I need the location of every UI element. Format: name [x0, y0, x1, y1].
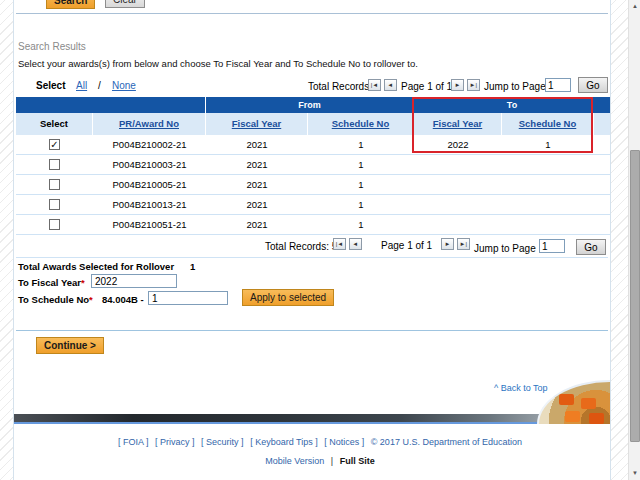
scrollbar-thumb[interactable] — [630, 150, 640, 442]
footer-link-keyboard-tips[interactable]: [ Keyboard Tips ] — [250, 437, 318, 447]
to-fiscal-year-cell — [414, 215, 502, 236]
pr-award-no-cell: P004B210003-21 — [93, 155, 206, 176]
clear-button[interactable]: Clear — [105, 0, 145, 8]
from-schedule-no-cell: 1 — [308, 135, 414, 154]
first-page-icon[interactable]: |◄ — [368, 79, 381, 91]
row-checkbox[interactable] — [49, 159, 60, 170]
from-schedule-no-cell: 1 — [308, 175, 414, 196]
classroom-chairs-image — [537, 380, 610, 424]
table-row: P004B210051-21 2021 1 — [16, 215, 610, 235]
to-fiscal-year-cell — [414, 175, 502, 196]
required-asterisk: * — [81, 277, 85, 288]
first-page-icon[interactable]: |◄ — [333, 238, 346, 250]
section-divider — [16, 13, 608, 14]
required-asterisk: * — [89, 294, 93, 305]
from-fiscal-year-cell: 2021 — [206, 195, 308, 216]
table-row: P004B210003-21 2021 1 — [16, 155, 610, 175]
left-margin-pattern — [0, 0, 13, 480]
last-page-icon[interactable]: ►| — [467, 79, 480, 91]
col-header-from-fiscal-year[interactable]: Fiscal Year — [232, 118, 281, 129]
row-checkbox[interactable] — [49, 199, 60, 210]
prev-page-icon[interactable]: ◄ — [349, 238, 362, 250]
table-group-header: From To — [16, 97, 610, 113]
scroll-up-icon[interactable]: ▲ — [629, 0, 640, 13]
table-row: P004B210013-21 2021 1 — [16, 195, 610, 215]
footer-link-security[interactable]: [ Security ] — [201, 437, 244, 447]
rollover-page: Search Clear Search Results Select your … — [0, 0, 640, 480]
table-column-headers: Select PR/Award No Fiscal Year Schedule … — [16, 113, 610, 135]
to-fiscal-year-label: To Fiscal Year* — [18, 277, 85, 288]
table-row: ✓ P004B210002-21 2021 1 2022 1 — [16, 135, 610, 155]
copyright-text: © 2017 U.S. Department of Education — [371, 437, 522, 447]
to-fiscal-year-input[interactable] — [91, 274, 177, 288]
last-page-icon[interactable]: ►| — [457, 238, 470, 250]
chair-shapes — [559, 394, 574, 405]
select-all-link[interactable]: All — [76, 80, 87, 91]
full-site-link[interactable]: Full Site — [340, 456, 375, 466]
jump-to-page-label-top: Jump to Page — [484, 81, 546, 92]
col-header-select: Select — [16, 113, 93, 135]
page-footer: [ FOIA ] [ Privacy ] [ Security ] [ Keyb… — [0, 430, 640, 466]
from-fiscal-year-cell: 2021 — [206, 175, 308, 196]
table-bottom-divider — [16, 257, 608, 258]
group-to-label: To — [414, 97, 610, 113]
jump-to-page-input-top[interactable] — [545, 78, 571, 92]
pr-award-no-cell: P004B210013-21 — [93, 195, 206, 216]
go-button-bottom[interactable]: Go — [576, 239, 606, 255]
total-awards-value: 1 — [190, 261, 195, 272]
col-header-to-schedule-no[interactable]: Schedule No — [519, 118, 577, 129]
search-results-title: Search Results — [18, 41, 86, 52]
to-schedule-no-input[interactable] — [148, 291, 228, 305]
apply-to-selected-button[interactable]: Apply to selected — [242, 289, 334, 306]
from-fiscal-year-cell: 2021 — [206, 215, 308, 236]
scroll-down-icon[interactable]: ▼ — [629, 467, 640, 480]
next-page-icon[interactable]: ► — [451, 79, 464, 91]
to-schedule-no-cell — [502, 155, 594, 176]
prev-page-icon[interactable]: ◄ — [384, 79, 397, 91]
vertical-scrollbar[interactable]: ▲ ▼ — [628, 0, 640, 480]
row-checkbox[interactable] — [49, 179, 60, 190]
mobile-version-link[interactable]: Mobile Version — [265, 456, 324, 466]
to-schedule-no-cell: 1 — [502, 135, 594, 154]
right-margin-pattern — [611, 0, 628, 480]
footer-link-notices[interactable]: [ Notices ] — [324, 437, 364, 447]
pr-award-no-cell: P004B210005-21 — [93, 175, 206, 196]
footer-link-foia[interactable]: [ FOIA ] — [118, 437, 149, 447]
search-button[interactable]: Search — [46, 0, 95, 9]
continue-button[interactable]: Continue > — [36, 337, 104, 354]
footer-links-row: [ FOIA ] [ Privacy ] [ Security ] [ Keyb… — [0, 437, 640, 447]
pr-award-no-cell: P004B210002-21 — [93, 135, 206, 154]
select-none-link[interactable]: None — [112, 80, 136, 91]
to-schedule-no-cell — [502, 175, 594, 196]
from-fiscal-year-cell: 2021 — [206, 135, 308, 154]
col-header-from-schedule-no[interactable]: Schedule No — [332, 118, 390, 129]
go-button-top[interactable]: Go — [578, 77, 608, 93]
from-schedule-no-cell: 1 — [308, 215, 414, 236]
footer-blue-line — [14, 422, 609, 424]
from-schedule-no-cell: 1 — [308, 195, 414, 216]
next-page-icon[interactable]: ► — [441, 238, 454, 250]
jump-to-page-label-bottom: Jump to Page — [474, 243, 536, 254]
to-fiscal-year-cell — [414, 155, 502, 176]
col-header-to-fiscal-year[interactable]: Fiscal Year — [433, 118, 482, 129]
to-fiscal-year-cell: 2022 — [414, 135, 502, 154]
group-from-label: From — [206, 97, 414, 113]
to-schedule-no-label: To Schedule No* — [18, 294, 93, 305]
total-awards-label: Total Awards Selected for Rollover — [18, 261, 174, 272]
to-fiscal-year-cell — [414, 195, 502, 216]
pr-award-no-cell: P004B210051-21 — [93, 215, 206, 236]
jump-to-page-input-bottom[interactable] — [539, 239, 565, 253]
footer-separator-bar — [14, 414, 609, 422]
instruction-text: Select your awards(s) from below and cho… — [18, 58, 418, 69]
footer-version-row: Mobile Version | Full Site — [0, 456, 640, 466]
form-bottom-divider — [16, 330, 608, 331]
slash-separator: / — [98, 80, 101, 91]
group-blank — [16, 97, 206, 113]
from-schedule-no-cell: 1 — [308, 155, 414, 176]
row-checkbox[interactable] — [49, 219, 60, 230]
total-records-bottom: Total Records: 5 — [265, 241, 337, 252]
row-checkbox[interactable]: ✓ — [49, 139, 60, 150]
footer-link-privacy[interactable]: [ Privacy ] — [155, 437, 195, 447]
col-header-pr-award-no[interactable]: PR/Award No — [119, 118, 179, 129]
back-to-top-link[interactable]: ^ Back to Top — [494, 383, 548, 393]
